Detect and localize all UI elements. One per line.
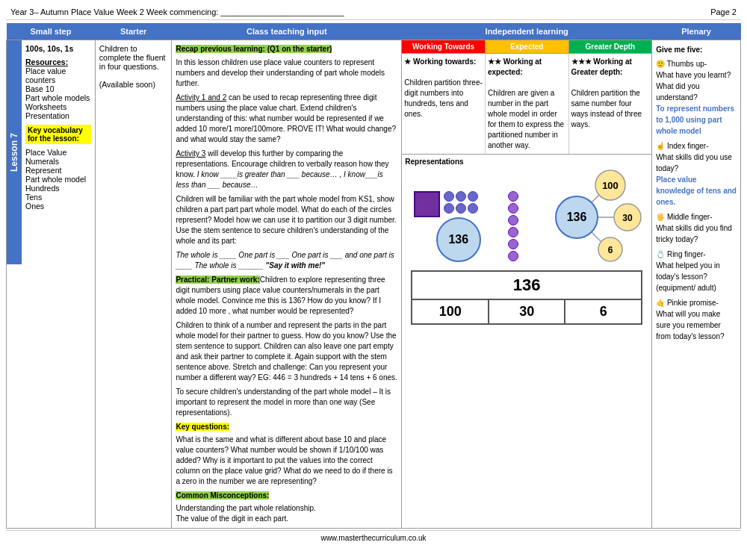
svg-text:136: 136 <box>566 211 586 223</box>
svg-text:6: 6 <box>607 245 613 255</box>
pinkie-label: 🤙 Pinkie promise- <box>656 299 719 307</box>
middle-q: What skills did you find tricky today? <box>656 224 732 243</box>
index-link: Place value knowledge of tens and ones. <box>656 175 737 206</box>
italic1: I know ____is greater than ___ because… … <box>176 170 382 189</box>
ones-5 <box>508 239 518 249</box>
tens-counters <box>444 191 478 214</box>
index-label: ☝ Index finger- <box>656 142 708 150</box>
expected-text: Children are given a number in the part … <box>488 88 566 151</box>
resource-item-4: Worksheets <box>25 102 91 111</box>
misconceptions-label: Common Misconceptions: <box>176 491 269 500</box>
vocab-hundreds: Hundreds <box>25 184 91 193</box>
main-circle-136: 136 <box>436 217 481 262</box>
class-activity3-section: Activity 3 will develop this further by … <box>176 149 397 190</box>
key-vocab-label: Key vocabulary for the lesson: <box>25 125 91 144</box>
plenary-cell: Give me five: 🙂 Thumbs up- What have you… <box>652 40 741 529</box>
ones-4 <box>508 227 518 237</box>
plenary-middle: 🖐 Middle finger- What skills did you fin… <box>656 211 737 245</box>
plenary-thumb: 🙂 Thumbs up- What have you learnt? What … <box>656 58 737 137</box>
vocab-part-whole: Part whole model <box>25 175 91 184</box>
vocab-represent: Represent <box>25 166 91 175</box>
resource-item-3: Part whole models <box>25 93 91 102</box>
practical-section: Practical: Partner work:Children to expl… <box>176 275 397 317</box>
secure-text: To secure children's understanding of th… <box>176 387 397 418</box>
pv-ones: 6 <box>565 299 642 324</box>
greater-text: Children partition the same number four … <box>571 88 650 130</box>
ones-counters <box>508 191 518 261</box>
hundreds-block <box>414 191 440 217</box>
middle-label: 🖐 Middle finger- <box>656 213 712 221</box>
pwm-svg: 136 100 30 6 <box>532 169 644 266</box>
ring-q: What helped you in today's lesson? (equi… <box>656 261 720 292</box>
col-header-small-step: Small step <box>7 23 96 40</box>
footer-bar: www.masterthecurriculum.co.uk <box>6 530 741 545</box>
counter-1 <box>444 191 454 202</box>
vocab-tens: Tens <box>25 193 91 202</box>
vocab-place-value: Place Value <box>25 148 91 157</box>
ones-2 <box>508 203 518 214</box>
working-star: ★ Working towards: <box>404 57 483 67</box>
main-content-row: Lesson 7 100s, 10s, 1s Resources: Place … <box>7 40 741 529</box>
class-teaching-cell: Recap previous learning: (Q1 on the star… <box>172 40 402 529</box>
pv-hundreds: 100 <box>412 299 489 324</box>
resources-section: Resources: Place value counters Base 10 … <box>25 57 91 120</box>
counter-5 <box>456 203 466 214</box>
activity12-label: Activity 1 and 2 <box>176 93 226 102</box>
activity3-label: Activity 3 <box>176 149 205 158</box>
independent-cell: Working Towards Expected Greater Depth ★… <box>402 40 652 529</box>
representations-section: Representations <box>402 155 651 332</box>
class-para3: Children to think of a number and repres… <box>176 320 397 383</box>
header-row: Small step Starter Class teaching input … <box>7 23 741 40</box>
misconceptions-text2: The value of the digit in each part. <box>176 514 397 524</box>
footer-url: www.masterthecurriculum.co.uk <box>320 534 426 542</box>
ones-6 <box>508 251 518 261</box>
key-questions-section: Key questions: <box>176 422 397 432</box>
pv-tens: 30 <box>489 299 565 324</box>
starter-text1: Children to complete the fluent in four … <box>99 44 168 71</box>
key-q-label: Key questions: <box>176 423 229 431</box>
pv-parts-row: 100 30 6 <box>412 299 642 324</box>
working-towards-content: ★ Working towards: Children partition th… <box>402 54 486 154</box>
working-towards-header: Working Towards <box>402 40 485 53</box>
stem-sentence: The whole is ____ One part is ___ One pa… <box>176 250 397 271</box>
practical-label: Practical: Partner work: <box>176 276 259 284</box>
pwm-left-visual: 136 <box>410 169 522 266</box>
starter-text2: (Available soon) <box>99 80 168 89</box>
small-step-content: 100s, 10s, 1s Resources: Place value cou… <box>22 40 95 264</box>
place-value-grid: 136 100 30 6 <box>411 270 642 325</box>
resources-label: Resources: <box>25 57 91 66</box>
greater-depth-header: Greater Depth <box>569 40 652 53</box>
small-step-cell: Lesson 7 100s, 10s, 1s Resources: Place … <box>7 40 96 529</box>
vocab-numerals: Numerals <box>25 157 91 166</box>
col-header-starter: Starter <box>95 23 172 40</box>
resource-item-1: Place value counters <box>25 66 91 84</box>
expected-stars: ★★ Working at expected: <box>488 57 566 78</box>
class-activity12-section: Activity 1 and 2 can be used to recap re… <box>176 93 397 145</box>
expected-content: ★★ Working at expected: Children are giv… <box>486 54 569 154</box>
ones-1 <box>508 191 518 202</box>
greater-stars: ★★★ Working at Greater depth: <box>571 57 650 78</box>
page-title: Year 3– Autumn Place Value Week 2 Week c… <box>10 7 344 16</box>
pv-top-row: 136 <box>412 271 642 299</box>
vocab-ones: Ones <box>25 202 91 211</box>
counter-3 <box>468 191 478 202</box>
expected-header: Expected <box>485 40 569 53</box>
ind-sub-headers: Working Towards Expected Greater Depth <box>402 40 651 54</box>
svg-text:30: 30 <box>622 213 633 223</box>
misconceptions-section: Common Misconceptions: <box>176 491 397 501</box>
say-it: "Say it with me!" <box>264 261 325 270</box>
col-header-plenary: Plenary <box>652 23 741 40</box>
svg-text:100: 100 <box>602 180 619 191</box>
vocab-list: Place Value Numerals Represent Part whol… <box>25 148 91 211</box>
representations-content: 136 1 <box>405 169 648 266</box>
starter-cell: Children to complete the fluent in four … <box>95 40 172 529</box>
recap-section: Recap previous learning: (Q1 on the star… <box>176 44 397 55</box>
working-subtitle: Working towards: <box>413 57 476 66</box>
counter-4 <box>444 203 454 214</box>
ind-content-row: ★ Working towards: Children partition th… <box>402 54 651 155</box>
representations-title: Representations <box>405 158 648 166</box>
resource-item-5: Presentation <box>25 111 91 120</box>
ring-label: 💍 Ring finger- <box>656 250 705 258</box>
lesson-number-label: Lesson 7 <box>7 40 22 264</box>
main-table: Small step Starter Class teaching input … <box>6 23 741 529</box>
